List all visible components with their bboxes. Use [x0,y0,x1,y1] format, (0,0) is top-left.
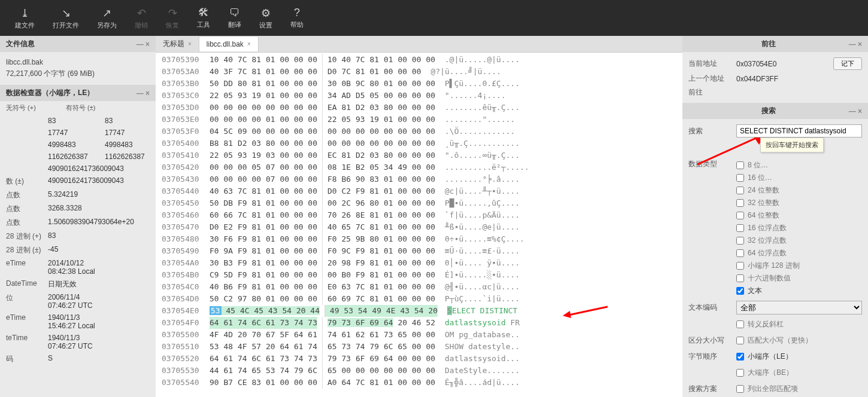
checkbox[interactable] [736,249,744,257]
collapse-icon[interactable]: — × [136,89,150,97]
dtype-check[interactable]: 32 位浮点数 [736,234,862,247]
checkbox[interactable] [736,274,744,282]
search-input[interactable] [736,124,862,138]
hex-row[interactable]: 03705490F0 9A F9 81 01 00 00 00F0 9C F9 … [156,245,682,257]
toolbar-撤销[interactable]: ↶撤销 [126,0,157,36]
checkbox[interactable] [736,187,744,194]
hex-row[interactable]: 037053A040 3F 7C 81 01 00 00 00D0 7C 81 … [156,66,682,78]
hex-row[interactable]: 0370543000 00 00 00 07 00 00 00F8 B6 90 … [156,173,682,185]
check-label: 32 位整数 [748,198,779,208]
escape-checkbox[interactable] [736,320,744,328]
hex-row[interactable]: 0370548030 F6 F9 81 01 00 00 00F0 25 9B … [156,233,682,245]
hex-row[interactable]: 037054A030 B3 F9 81 01 00 00 0020 98 F9 … [156,257,682,269]
checkbox[interactable] [736,199,744,207]
case-checkbox[interactable] [736,337,744,344]
insp-unsigned: 83 [48,231,105,242]
inspector-row: 11626263871162626387 [0,151,156,163]
inspector-row: DateTime日期无效 [0,277,156,291]
left-panel: 文件信息 — × libcc.dll.bak 72,217,600 个字节 (6… [0,36,156,397]
toolbar-建文件[interactable]: ⤓建文件 [6,0,44,36]
encoding-select[interactable]: 全部 [736,301,862,314]
dtype-check[interactable]: 64 位整数 [736,209,862,222]
hex-body[interactable]: 0370539010 40 7C 81 01 00 00 0010 40 7C … [156,53,682,397]
dtype-check[interactable]: 64 位浮点数 [736,247,862,259]
hex-row[interactable]: 0370544040 63 7C 81 01 00 00 00D0 C2 F9 … [156,185,682,197]
hex-row[interactable]: 037053F004 5C 09 00 00 00 00 0000 00 00 … [156,126,682,138]
toolbar-恢复[interactable]: ↷恢复 [157,0,188,36]
hex-editor: 无标题×libcc.dll.bak× 0370539010 40 7C 81 0… [156,36,682,397]
tab-libcc.dll.bak[interactable]: libcc.dll.bak× [199,37,259,51]
dtype-check[interactable]: 32 位整数 [736,197,862,209]
hex-row[interactable]: 037053C022 05 93 19 01 00 00 0034 AD D5 … [156,90,682,102]
checkbox[interactable] [736,212,744,219]
hex-row[interactable]: 03705400B8 81 D2 03 80 00 00 0000 00 00 … [156,138,682,149]
case-option: 匹配大小写（更快） [748,335,812,346]
checkbox[interactable] [736,237,744,245]
hex-row[interactable]: 037055004F 4D 20 70 67 5F 64 6174 61 62 … [156,329,682,341]
checkbox[interactable] [736,287,744,295]
hex-addr: 03705460 [162,209,210,221]
close-icon[interactable]: × [247,41,251,47]
toolbar-另存为[interactable]: ↗另存为 [88,0,126,36]
checkbox[interactable] [736,174,744,182]
dtype-check[interactable]: 文本 [736,285,862,297]
inspector-header: 数据检查器（小端序，LE） — × [0,85,156,101]
hex-row[interactable]: 0370539010 40 7C 81 01 00 00 0010 40 7C … [156,54,682,66]
insp-signed [105,354,150,364]
inspector-row: 点数3268.3328 [0,202,156,216]
hex-row[interactable]: 0370554090 B7 CE 83 01 00 00 00A0 64 7C … [156,377,682,389]
dtype-check[interactable]: 小端序 128 进制 [736,259,862,272]
note-button[interactable]: 记下 [833,57,862,70]
toolbar-工具[interactable]: 🛠工具 [188,0,219,36]
insp-label: 数 (±) [6,176,48,187]
hex-row[interactable]: 037054F064 61 74 6C 61 73 74 7379 73 6F … [156,317,682,329]
insp-signed: 1162626387 [105,152,150,161]
hex-row[interactable]: 0370545050 DB F9 81 01 00 00 0000 2C 96 … [156,197,682,209]
collapse-icon[interactable]: — × [849,107,862,115]
hex-row[interactable]: 037054C040 B6 F9 81 01 00 00 00E0 63 7C … [156,281,682,293]
tab-无标题[interactable]: 无标题× [156,36,199,52]
close-icon[interactable]: × [188,41,192,47]
scheme-checkbox[interactable] [736,385,744,393]
le-checkbox[interactable] [736,353,744,361]
hex-row[interactable]: 037054E053 45 4C 45 43 54 20 4449 53 54 … [156,305,682,317]
dtype-check[interactable]: 24 位整数 [736,184,862,197]
toolbar-翻译[interactable]: 🗨翻译 [219,0,250,36]
dtype-check[interactable]: 8 位… [736,159,862,172]
hex-row[interactable]: 037053B050 DD 80 81 01 00 00 0030 0B 9C … [156,78,682,90]
toolbar-设置[interactable]: ⚙设置 [250,0,281,36]
hex-addr: 037054E0 [162,305,210,317]
checkbox[interactable] [736,224,744,232]
insp-signed [105,231,150,242]
search-header: 搜索 — × [682,103,868,119]
dtype-check[interactable]: 十六进制数值 [736,272,862,285]
insp-label: teTime [6,334,48,350]
collapse-icon[interactable]: — × [849,40,862,48]
hex-row[interactable]: 037053E000 00 00 00 01 00 00 0022 05 93 … [156,114,682,126]
hex-row[interactable]: 037054D050 C2 97 80 01 00 00 0060 69 7C … [156,293,682,305]
hex-row[interactable]: 0370546060 66 7C 81 01 00 00 0070 26 8E … [156,209,682,221]
dtype-check[interactable]: 16 位… [736,172,862,184]
toolbar-帮助[interactable]: ?帮助 [281,0,312,36]
hex-row[interactable]: 0370541022 05 93 19 03 00 00 00EC 81 D2 … [156,149,682,161]
tool-label: 帮助 [290,20,304,29]
hex-row[interactable]: 037054B0C9 5D F9 81 01 00 00 0000 B0 F9 … [156,269,682,281]
hex-row[interactable]: 037053D000 00 00 00 00 00 00 00EA 81 D2 … [156,102,682,114]
checkbox[interactable] [736,262,744,270]
tool-label: 工具 [197,20,210,29]
hex-row[interactable]: 0370542000 00 00 05 07 00 00 0008 1E B2 … [156,161,682,173]
checkbox[interactable] [736,161,744,169]
insp-signed [105,334,150,350]
hex-row[interactable]: 0370551053 48 4F 57 20 64 61 7465 73 74 … [156,341,682,353]
insp-label: 点数 [6,204,48,214]
hex-row[interactable]: 0370553044 61 74 65 53 74 79 6C65 00 00 … [156,365,682,377]
hex-row[interactable]: 03705470D0 E2 F9 81 01 00 00 0040 65 7C … [156,221,682,233]
hex-row[interactable]: 0370552064 61 74 6C 61 73 74 7379 73 6F … [156,353,682,365]
be-checkbox[interactable] [736,369,744,377]
dtype-check[interactable]: 16 位浮点数 [736,222,862,234]
collapse-icon[interactable]: — × [136,40,150,48]
inspector-row: 28 进制 (+)83 [0,230,156,243]
inspector-row: 4909016241736009043 [0,163,156,175]
toolbar-打开文件[interactable]: ↘打开文件 [44,0,88,36]
file-info-title: 文件信息 [6,39,35,49]
